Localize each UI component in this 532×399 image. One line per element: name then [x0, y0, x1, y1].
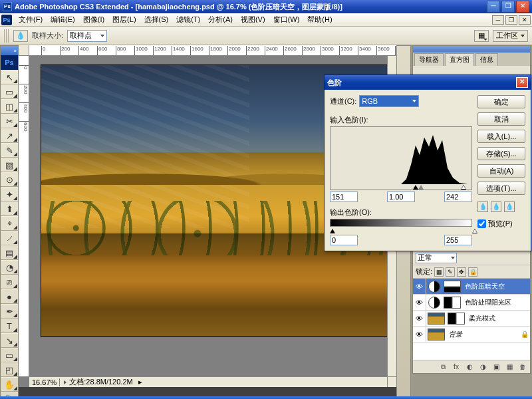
dialog-button-确定[interactable]: 确定 [477, 95, 525, 108]
menu-t[interactable]: 滤镜(T) [172, 13, 204, 26]
menu-w[interactable]: 窗口(W) [269, 13, 304, 26]
menu-h[interactable]: 帮助(H) [303, 13, 336, 26]
tab-信息[interactable]: 信息 [475, 53, 498, 66]
dialog-close-button[interactable]: ✕ [516, 77, 528, 88]
close-button[interactable]: ✕ [516, 1, 529, 13]
tool-6[interactable]: ▨ [1, 158, 18, 172]
blend-mode-dropdown[interactable]: 正常 [416, 253, 457, 263]
layer-row[interactable]: 👁色阶压暗天空 [413, 279, 530, 295]
channel-dropdown[interactable]: RGB [359, 95, 419, 107]
dialog-button-自动A[interactable]: 自动(A) [477, 164, 525, 178]
ps-logo-icon[interactable]: Ps [1, 15, 12, 25]
tool-9[interactable]: ⬆ [1, 201, 18, 216]
tool-12[interactable]: ▤ [1, 245, 18, 260]
tool-19[interactable]: ▭ [1, 348, 18, 362]
layer-name[interactable]: 色阶压暗天空 [462, 282, 507, 291]
preview-checkbox-input[interactable] [477, 219, 486, 228]
menu-a[interactable]: 分析(A) [204, 13, 237, 26]
sample-size-dropdown[interactable]: 取样点 [67, 30, 107, 42]
layer-row[interactable]: 👁色阶处理阳光区 [413, 295, 530, 311]
output-white-slider[interactable] [472, 229, 477, 233]
tool-2[interactable]: ◫ [1, 99, 18, 114]
adjustment-layer-icon[interactable]: ◑ [478, 362, 487, 372]
mask-thumbnail[interactable] [444, 281, 461, 293]
eyedropper-black-icon[interactable]: 💧 [477, 201, 488, 212]
lock-transparency-icon[interactable]: ▦ [434, 267, 444, 277]
tab-导航器[interactable]: 导航器 [414, 53, 444, 66]
go-to-bridge-button[interactable]: ▦ [474, 30, 489, 42]
tool-0[interactable]: ↖ [1, 70, 18, 84]
doc-minimize-button[interactable]: ─ [492, 15, 504, 25]
grip-icon[interactable] [4, 29, 9, 43]
menu-e[interactable]: 编辑(E) [47, 13, 79, 26]
eyedropper-white-icon[interactable]: 💧 [504, 201, 515, 212]
lock-position-icon[interactable]: ✥ [457, 267, 466, 277]
lock-pixels-icon[interactable]: ✎ [446, 267, 455, 277]
dialog-titlebar[interactable]: 色阶 ✕ [325, 75, 531, 90]
tool-15[interactable]: ● [1, 289, 18, 304]
doc-info[interactable]: 文档:28.8M/120.2M▸ [60, 377, 146, 387]
workspace-dropdown[interactable]: 工作区 [493, 30, 528, 42]
mask-thumbnail[interactable] [448, 313, 465, 325]
lock-all-icon[interactable]: 🔒 [468, 267, 477, 277]
layer-name[interactable]: 柔光模式 [466, 314, 498, 323]
midpoint-slider[interactable] [418, 185, 424, 190]
layer-group-icon[interactable]: ▣ [491, 362, 501, 372]
output-black-slider[interactable] [330, 229, 335, 233]
visibility-icon[interactable]: 👁 [413, 327, 426, 342]
maximize-button[interactable]: ❐ [501, 1, 515, 13]
output-white-field[interactable] [444, 235, 472, 245]
resize-corner[interactable] [387, 376, 396, 387]
menu-s[interactable]: 选择(S) [140, 13, 173, 26]
tool-5[interactable]: ✎ [1, 143, 18, 158]
minimize-button[interactable]: ─ [487, 1, 500, 13]
layer-thumbnail[interactable] [428, 313, 445, 325]
delete-layer-icon[interactable]: 🗑 [518, 362, 527, 372]
eyedropper-tool-icon[interactable]: 💧 [13, 30, 28, 42]
layer-name[interactable]: 背景 [446, 330, 465, 339]
input-white-field[interactable] [444, 192, 472, 202]
toolbox-header[interactable]: » [1, 46, 18, 55]
layer-name[interactable]: 色阶处理阳光区 [462, 298, 514, 307]
dialog-button-存储S[interactable]: 存储(S)... [477, 147, 525, 160]
tool-8[interactable]: ✦ [1, 187, 18, 201]
tool-20[interactable]: ◰ [1, 362, 18, 377]
layer-style-icon[interactable]: fx [452, 362, 461, 372]
menu-l[interactable]: 图层(L) [108, 13, 140, 26]
dialog-button-选项T[interactable]: 选项(T)... [477, 182, 525, 195]
tool-21[interactable]: ✋ [1, 377, 18, 392]
mask-thumbnail[interactable] [444, 297, 461, 309]
input-black-field[interactable] [330, 192, 358, 202]
output-black-field[interactable] [330, 235, 358, 245]
tool-11[interactable]: ⟋ [1, 231, 18, 245]
tool-3[interactable]: ✂ [1, 114, 18, 128]
tool-16[interactable]: ✒ [1, 304, 18, 319]
menu-i[interactable]: 图像(I) [79, 13, 108, 26]
tool-4[interactable]: ↗ [1, 128, 18, 143]
doc-restore-button[interactable]: ❐ [505, 15, 517, 25]
tool-10[interactable]: ⌖ [1, 216, 18, 231]
horizontal-ruler[interactable]: 0200400600800100012001400160018002000220… [29, 45, 396, 56]
panel-grip[interactable] [413, 46, 530, 53]
ruler-origin[interactable] [19, 45, 29, 56]
black-point-slider[interactable] [413, 185, 418, 190]
new-layer-icon[interactable]: ▦ [505, 362, 514, 372]
layer-mask-icon[interactable]: ◐ [465, 362, 474, 372]
white-point-slider[interactable] [461, 185, 466, 190]
visibility-icon[interactable]: 👁 [413, 295, 426, 310]
input-gamma-field[interactable] [387, 192, 415, 202]
vertical-ruler[interactable]: 0200400600 [19, 56, 29, 376]
tool-17[interactable]: T [1, 319, 18, 333]
tool-13[interactable]: ◔ [1, 260, 18, 275]
preview-checkbox[interactable]: 预览(P) [477, 219, 525, 229]
tool-7[interactable]: ⊙ [1, 172, 18, 187]
visibility-icon[interactable]: 👁 [413, 311, 426, 326]
tool-1[interactable]: ▭ [1, 84, 18, 99]
tool-14[interactable]: ⎚ [1, 275, 18, 289]
doc-close-button[interactable]: ✕ [519, 15, 531, 25]
layer-row[interactable]: 👁背景🔒 [413, 327, 530, 342]
zoom-field[interactable]: 16.67% [29, 378, 60, 386]
visibility-icon[interactable]: 👁 [413, 279, 426, 294]
menu-v[interactable]: 视图(V) [237, 13, 269, 26]
dialog-button-取消[interactable]: 取消 [477, 112, 525, 126]
